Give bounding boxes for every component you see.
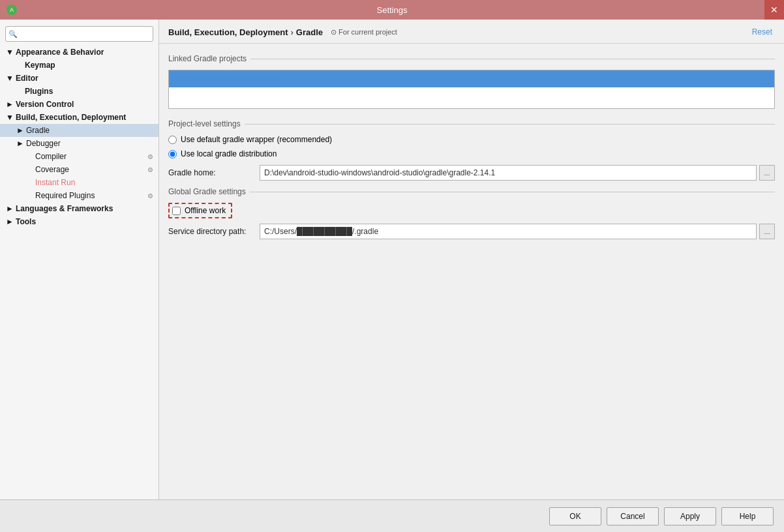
project-path: [174, 75, 279, 81]
breadcrumb: Build, Execution, Deployment › Gradle ⊙ …: [168, 27, 397, 37]
breadcrumb-main: Build, Execution, Deployment: [168, 27, 288, 37]
service-directory-input[interactable]: [260, 224, 757, 239]
gradle-home-label: Gradle home:: [168, 168, 260, 177]
gradle-home-browse-button[interactable]: ...: [759, 165, 775, 181]
linked-projects-header: Linked Gradle projects: [168, 54, 775, 63]
sidebar-item-label: Version Control: [16, 100, 74, 109]
expand-icon: ▼: [5, 74, 14, 83]
linked-project-item[interactable]: [169, 70, 774, 87]
radio-local-gradle[interactable]: [168, 150, 177, 158]
expand-icon: [5, 87, 14, 96]
settings-icon: ⚙: [147, 153, 153, 160]
sidebar-item-label: Keymap: [25, 61, 55, 70]
service-directory-row: Service directory path: ...: [168, 224, 775, 239]
sidebar-item-version-control[interactable]: ► Version Control: [0, 98, 158, 111]
sidebar-item-plugins[interactable]: Plugins: [0, 85, 158, 98]
sidebar-item-label: Instant Run: [35, 178, 75, 187]
search-icon: 🔍: [8, 30, 18, 38]
expand-icon: ►: [5, 204, 14, 213]
sidebar-item-label: Build, Execution, Deployment: [16, 113, 126, 122]
sidebar-item-languages-frameworks[interactable]: ► Languages & Frameworks: [0, 202, 158, 215]
sidebar-item-label: Languages & Frameworks: [16, 204, 113, 213]
bottom-bar: OK Cancel Apply Help: [0, 499, 784, 532]
service-directory-label: Service directory path:: [168, 227, 260, 236]
search-input[interactable]: [5, 26, 153, 42]
search-box[interactable]: 🔍: [5, 26, 153, 42]
sidebar: 🔍 ▼ Appearance & Behavior Keymap ▼ Edito…: [0, 20, 159, 499]
radio-group: Use default gradle wrapper (recommended)…: [168, 135, 775, 158]
sidebar-item-tools[interactable]: ► Tools: [0, 215, 158, 228]
help-button[interactable]: Help: [721, 507, 774, 525]
offline-work-checkbox[interactable]: [172, 207, 181, 215]
title-bar: A Settings ✕: [0, 0, 784, 20]
service-directory-input-wrap: ...: [260, 224, 775, 239]
gradle-home-row: Gradle home: ...: [168, 165, 775, 181]
sidebar-item-keymap[interactable]: Keymap: [0, 59, 158, 72]
radio-default-gradle[interactable]: [168, 136, 177, 144]
expand-icon: ►: [16, 126, 25, 135]
sidebar-item-label: Editor: [16, 74, 38, 83]
sidebar-item-label: Gradle: [26, 126, 50, 135]
content-area: 🔍 ▼ Appearance & Behavior Keymap ▼ Edito…: [0, 20, 784, 499]
settings-icon: ⚙: [147, 166, 153, 173]
sidebar-item-label: Coverage: [35, 165, 69, 174]
linked-projects-list[interactable]: [168, 70, 775, 109]
sidebar-item-label: Debugger: [26, 139, 61, 148]
breadcrumb-separator: ›: [290, 27, 293, 37]
offline-work-wrapper[interactable]: Offline work: [168, 203, 775, 218]
reset-button[interactable]: Reset: [749, 26, 775, 38]
sidebar-item-label: Required Plugins: [35, 191, 95, 200]
sidebar-item-label: Tools: [16, 217, 36, 226]
offline-work-checkbox-highlight: Offline work: [168, 203, 232, 218]
expand-icon: ▼: [5, 48, 14, 57]
project-settings-header: Project-level settings: [168, 119, 775, 128]
expand-icon: [5, 61, 14, 70]
main-container: 🔍 ▼ Appearance & Behavior Keymap ▼ Edito…: [0, 20, 784, 532]
sidebar-item-label: Plugins: [25, 87, 53, 96]
sidebar-item-build-execution-deployment[interactable]: ▼ Build, Execution, Deployment: [0, 111, 158, 124]
service-directory-browse-button[interactable]: ...: [759, 224, 775, 239]
sidebar-item-editor[interactable]: ▼ Editor: [0, 72, 158, 85]
panel-header: Build, Execution, Deployment › Gradle ⊙ …: [159, 20, 784, 44]
expand-icon: ►: [5, 217, 14, 226]
sidebar-item-label: Compiler: [35, 152, 67, 161]
sidebar-item-required-plugins[interactable]: Required Plugins ⚙: [0, 189, 158, 202]
breadcrumb-note: ⊙ For current project: [331, 28, 397, 37]
expand-icon: ▼: [5, 113, 14, 122]
sidebar-item-gradle[interactable]: ► Gradle: [0, 124, 158, 137]
settings-icon: ⚙: [147, 192, 153, 200]
expand-icon: ►: [16, 139, 25, 148]
app-icon: A: [7, 5, 17, 15]
sidebar-item-compiler[interactable]: Compiler ⚙: [0, 150, 158, 163]
sidebar-item-appearance-behavior[interactable]: ▼ Appearance & Behavior: [0, 46, 158, 59]
radio-default-label: Use default gradle wrapper (recommended): [181, 135, 332, 144]
breadcrumb-sub: Gradle: [296, 27, 323, 37]
gradle-home-input[interactable]: [260, 165, 757, 181]
ok-button[interactable]: OK: [549, 507, 601, 525]
cancel-button[interactable]: Cancel: [607, 507, 659, 525]
sidebar-item-label: Appearance & Behavior: [16, 48, 104, 57]
sidebar-item-coverage[interactable]: Coverage ⚙: [0, 163, 158, 176]
radio-local-wrapper[interactable]: Use local gradle distribution: [168, 149, 775, 158]
offline-work-label: Offline work: [185, 206, 226, 215]
sidebar-item-instant-run[interactable]: Instant Run: [0, 176, 158, 189]
apply-button[interactable]: Apply: [664, 507, 716, 525]
sidebar-item-debugger[interactable]: ► Debugger: [0, 137, 158, 150]
dialog-title: Settings: [377, 5, 408, 15]
panel-content: Linked Gradle projects Project-level set…: [159, 44, 784, 499]
global-settings-header: Global Gradle settings: [168, 187, 775, 196]
gradle-home-input-wrap: ...: [260, 165, 775, 181]
close-button[interactable]: ✕: [764, 0, 784, 20]
expand-icon: ►: [5, 100, 14, 109]
right-panel: Build, Execution, Deployment › Gradle ⊙ …: [159, 20, 784, 499]
radio-local-label: Use local gradle distribution: [181, 149, 277, 158]
radio-default-wrapper[interactable]: Use default gradle wrapper (recommended): [168, 135, 775, 144]
